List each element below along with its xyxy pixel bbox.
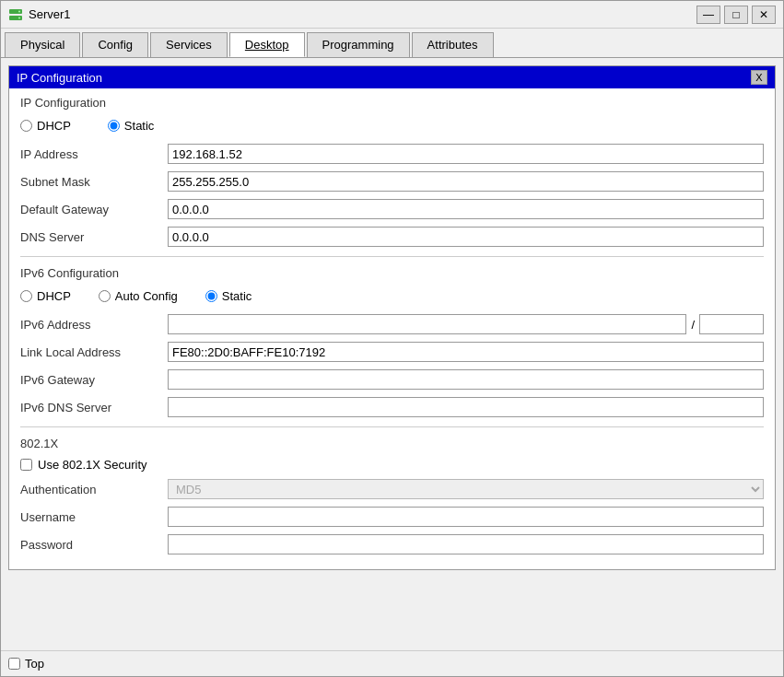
dhcp-radio-label[interactable]: DHCP bbox=[20, 119, 71, 133]
panel-title: IP Configuration bbox=[17, 71, 102, 85]
ipv6-auto-radio[interactable] bbox=[99, 290, 111, 302]
ip-address-label: IP Address bbox=[20, 147, 168, 161]
tab-programming[interactable]: Programming bbox=[307, 32, 410, 57]
use-dot1x-checkbox[interactable] bbox=[20, 459, 32, 471]
password-row: Password bbox=[20, 534, 764, 554]
link-local-address-row: Link Local Address bbox=[20, 342, 764, 362]
server-icon bbox=[8, 7, 23, 22]
tab-config[interactable]: Config bbox=[82, 32, 148, 57]
tab-desktop[interactable]: Desktop bbox=[229, 32, 305, 57]
main-window: Server1 — □ ✕ Physical Config Services D… bbox=[0, 0, 784, 677]
subnet-mask-row: Subnet Mask bbox=[20, 171, 764, 192]
title-bar-left: Server1 bbox=[8, 7, 71, 22]
ip-config-section-label: IP Configuration bbox=[20, 96, 764, 110]
link-local-label: Link Local Address bbox=[20, 345, 168, 359]
ipv6-static-label: Static bbox=[222, 289, 252, 303]
tab-attributes[interactable]: Attributes bbox=[412, 32, 494, 57]
bottom-bar: Top bbox=[1, 650, 783, 676]
ipv6-address-label: IPv6 Address bbox=[20, 318, 168, 332]
ip-config-panel: IP Configuration X IP Configuration DHCP… bbox=[8, 65, 776, 570]
dns-server-input[interactable] bbox=[168, 227, 764, 247]
dot1x-section-label: 802.1X bbox=[20, 437, 764, 450]
ipv6-static-radio-label[interactable]: Static bbox=[205, 289, 252, 303]
dns-server-row: DNS Server bbox=[20, 227, 764, 247]
title-bar: Server1 — □ ✕ bbox=[1, 1, 783, 29]
auth-row: Authentication MD5 bbox=[20, 479, 764, 499]
static-radio-label[interactable]: Static bbox=[108, 119, 155, 133]
tab-bar: Physical Config Services Desktop Program… bbox=[1, 29, 783, 58]
maximize-button[interactable]: □ bbox=[724, 6, 748, 24]
ipv6-gateway-row: IPv6 Gateway bbox=[20, 369, 764, 390]
ip-address-row: IP Address bbox=[20, 144, 764, 164]
panel-close-button[interactable]: X bbox=[751, 70, 767, 85]
ipv6-address-input[interactable] bbox=[168, 314, 686, 334]
window-title: Server1 bbox=[29, 7, 71, 21]
static-radio[interactable] bbox=[108, 120, 120, 132]
dns-server-label: DNS Server bbox=[20, 230, 168, 244]
tab-physical[interactable]: Physical bbox=[5, 32, 80, 57]
auth-label: Authentication bbox=[20, 483, 168, 496]
ipv6-address-row: IPv6 Address / bbox=[20, 314, 764, 334]
top-label: Top bbox=[25, 657, 44, 671]
default-gateway-input[interactable] bbox=[168, 199, 764, 219]
ipv6-gateway-input[interactable] bbox=[168, 369, 764, 390]
ipv6-slash: / bbox=[686, 318, 699, 332]
username-row: Username bbox=[20, 507, 764, 527]
svg-point-2 bbox=[18, 10, 20, 12]
ipv6-dhcp-radio[interactable] bbox=[20, 290, 32, 302]
ipv6-mode-radio-group: DHCP Auto Config Static bbox=[20, 289, 764, 303]
dot1x-section: 802.1X Use 802.1X Security Authenticatio… bbox=[20, 437, 764, 554]
link-local-input[interactable] bbox=[168, 342, 764, 362]
ipv6-config-section-label: IPv6 Configuration bbox=[20, 266, 764, 280]
section-divider-1 bbox=[20, 256, 764, 257]
ip-address-input[interactable] bbox=[168, 144, 764, 164]
password-label: Password bbox=[20, 538, 168, 552]
section-divider-2 bbox=[20, 426, 764, 427]
static-label: Static bbox=[124, 119, 155, 133]
ipv6-auto-label: Auto Config bbox=[115, 289, 178, 303]
top-checkbox[interactable] bbox=[8, 658, 20, 670]
username-input[interactable] bbox=[168, 507, 764, 527]
ipv6-dhcp-radio-label[interactable]: DHCP bbox=[20, 289, 71, 303]
tab-services[interactable]: Services bbox=[150, 32, 228, 57]
ipv6-dhcp-label: DHCP bbox=[37, 289, 71, 303]
close-button[interactable]: ✕ bbox=[752, 6, 776, 24]
ipv6-gateway-label: IPv6 Gateway bbox=[20, 373, 168, 387]
panel-body: IP Configuration DHCP Static IP Address bbox=[9, 88, 775, 569]
content-area: IP Configuration X IP Configuration DHCP… bbox=[1, 58, 783, 650]
default-gateway-label: Default Gateway bbox=[20, 203, 168, 216]
ipv6-dns-row: IPv6 DNS Server bbox=[20, 397, 764, 417]
minimize-button[interactable]: — bbox=[696, 6, 720, 24]
panel-header: IP Configuration X bbox=[9, 66, 775, 88]
use-dot1x-row: Use 802.1X Security bbox=[20, 458, 764, 472]
title-bar-controls: — □ ✕ bbox=[696, 6, 776, 24]
subnet-mask-label: Subnet Mask bbox=[20, 175, 168, 189]
username-label: Username bbox=[20, 510, 168, 524]
ipv6-auto-radio-label[interactable]: Auto Config bbox=[99, 289, 178, 303]
ipv6-dns-input[interactable] bbox=[168, 397, 764, 417]
dhcp-label: DHCP bbox=[37, 119, 71, 133]
ipv6-prefix-input[interactable] bbox=[699, 314, 764, 334]
ip-mode-radio-group: DHCP Static bbox=[20, 119, 764, 133]
ipv6-static-radio[interactable] bbox=[205, 290, 217, 302]
ipv6-dns-label: IPv6 DNS Server bbox=[20, 401, 168, 414]
subnet-mask-input[interactable] bbox=[168, 171, 764, 192]
default-gateway-row: Default Gateway bbox=[20, 199, 764, 219]
svg-point-3 bbox=[18, 17, 20, 18]
top-checkbox-row: Top bbox=[8, 657, 44, 671]
dhcp-radio[interactable] bbox=[20, 120, 32, 132]
use-dot1x-label: Use 802.1X Security bbox=[38, 458, 147, 472]
auth-select[interactable]: MD5 bbox=[168, 479, 764, 499]
password-input[interactable] bbox=[168, 534, 764, 554]
